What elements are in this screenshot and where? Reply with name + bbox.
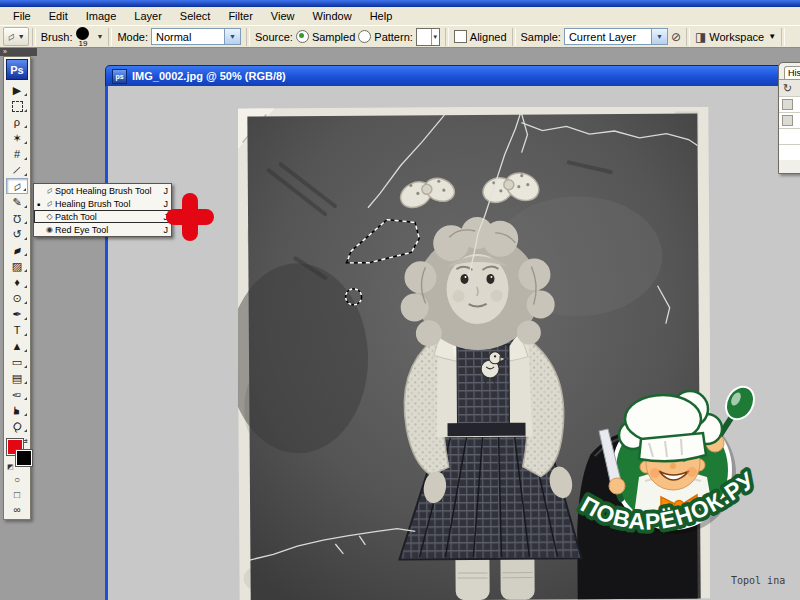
brush-tool-icon: ✎ — [12, 197, 21, 208]
separator — [108, 28, 112, 46]
tool-preset-picker[interactable]: ▱ ▼ — [3, 27, 29, 46]
tool-flyout: ▱Spot Healing Brush ToolJ■▱Healing Brush… — [33, 183, 172, 237]
rectangular-marquee-tool[interactable] — [6, 98, 28, 114]
document-title: IMG_0002.jpg @ 50% (RGB/8) — [132, 70, 286, 82]
history-snapshot-row[interactable]: ↻ — [779, 79, 800, 96]
ignore-adjustment-layers-icon[interactable]: ⊘ — [671, 30, 681, 44]
sample-dropdown[interactable]: Current Layer ▼ — [564, 28, 668, 45]
history-row[interactable] — [779, 128, 800, 144]
menu-item-edit[interactable]: Edit — [40, 8, 77, 24]
notes-tool[interactable]: ▤ — [6, 370, 28, 386]
crop-tool[interactable]: # — [6, 146, 28, 162]
history-row[interactable] — [779, 112, 800, 128]
menu-item-help[interactable]: Help — [361, 8, 402, 24]
document-titlebar[interactable]: ps IMG_0002.jpg @ 50% (RGB/8) — [105, 65, 800, 86]
flyout-item-patch-tool[interactable]: ◇Patch ToolJ — [34, 210, 171, 223]
eyedropper-tool[interactable]: ✑ — [6, 386, 28, 402]
magic-wand-tool[interactable]: ✶ — [6, 130, 28, 146]
menu-item-window[interactable]: Window — [304, 8, 361, 24]
menu-item-layer[interactable]: Layer — [125, 8, 171, 24]
history-thumbnail — [782, 115, 793, 126]
toolbox-tools: ▶ρ✶#∕▱✎Ω↺▰▨♦⊙✒T▲▭▤✑☛Q — [4, 82, 30, 434]
history-row[interactable] — [779, 144, 800, 160]
brush-preset-picker[interactable]: 19 — [76, 27, 89, 47]
ps-logo[interactable]: Ps — [6, 59, 28, 80]
menu-item-image[interactable]: Image — [77, 8, 126, 24]
dodge-tool[interactable]: ⊙ — [6, 290, 28, 306]
imageready-button[interactable]: ∞ — [6, 502, 28, 516]
photoshop-app: FileEditImageLayerSelectFilterViewWindow… — [0, 0, 800, 600]
history-panel-tab[interactable]: History — [784, 66, 800, 79]
source-pattern-label: Pattern: — [374, 31, 413, 43]
crop-tool-icon: # — [14, 149, 20, 160]
type-tool[interactable]: T — [6, 322, 28, 338]
notes-tool-icon: ▤ — [12, 373, 22, 384]
gradient-tool[interactable]: ▨ — [6, 258, 28, 274]
pen-tool-icon: ✒ — [12, 309, 21, 320]
slice-tool[interactable]: ∕ — [6, 162, 28, 178]
go-to-bridge-icon[interactable]: ◨ — [695, 30, 706, 44]
background-color-swatch[interactable] — [16, 450, 32, 466]
flyout-item-label: Healing Brush Tool — [55, 199, 160, 209]
flyout-item-red-eye-tool[interactable]: ◉Red Eye ToolJ — [34, 223, 171, 236]
menu-item-view[interactable]: View — [262, 8, 304, 24]
color-wells: ◩ ⇄ — [6, 437, 28, 471]
zoom-tool[interactable]: Q — [6, 418, 28, 434]
workspace-menu[interactable]: Workspace ▼ — [709, 31, 776, 43]
pattern-swatch[interactable]: ▼ — [416, 28, 440, 46]
lasso-tool[interactable]: ρ — [6, 114, 28, 130]
screen-mode-button[interactable]: □ — [6, 487, 28, 501]
menu-item-select[interactable]: Select — [171, 8, 220, 24]
menu-item-filter[interactable]: Filter — [219, 8, 261, 24]
aligned-label: Aligned — [470, 31, 507, 43]
red-eye-tool-icon: ◉ — [44, 225, 55, 234]
toolbox: Ps ▶ρ✶#∕▱✎Ω↺▰▨♦⊙✒T▲▭▤✑☛Q ◩ ⇄ ○ □ ∞ — [3, 56, 31, 520]
move-tool-icon: ▶ — [13, 85, 21, 96]
rectangular-marquee-tool-icon — [12, 101, 23, 112]
path-selection-tool[interactable]: ▲ — [6, 338, 28, 354]
chevron-down-icon: ▼ — [651, 29, 667, 44]
shape-tool[interactable]: ▭ — [6, 354, 28, 370]
mode-value: Normal — [156, 31, 219, 43]
healing-brush-tool[interactable]: ▱ — [6, 178, 28, 194]
chevron-down-icon[interactable]: ▼ — [96, 33, 103, 40]
brush-label: Brush: — [41, 31, 73, 43]
toolbox-grip[interactable]: » — [0, 48, 37, 56]
blur-tool-icon: ♦ — [14, 277, 20, 288]
chevron-down-icon: ▼ — [224, 29, 240, 44]
mode-dropdown[interactable]: Normal ▼ — [151, 28, 241, 45]
separator — [445, 28, 449, 46]
menu-item-file[interactable]: File — [4, 8, 40, 24]
hand-tool[interactable]: ☛ — [6, 402, 28, 418]
flyout-item-spot-healing-brush-tool[interactable]: ▱Spot Healing Brush ToolJ — [34, 184, 171, 197]
history-brush-tool-icon: ↺ — [12, 229, 21, 240]
history-brush-tool[interactable]: ↺ — [6, 226, 28, 242]
patch-tool-icon: ◇ — [44, 212, 55, 221]
eraser-tool-icon: ▰ — [11, 243, 23, 256]
aligned-checkbox[interactable] — [454, 30, 467, 43]
app-titlebar — [0, 0, 800, 7]
history-row[interactable] — [779, 96, 800, 112]
source-sampled-label: Sampled — [312, 31, 355, 43]
chevron-down-icon: ▼ — [18, 33, 25, 40]
magic-wand-tool-icon: ✶ — [12, 133, 21, 144]
blur-tool[interactable]: ♦ — [6, 274, 28, 290]
source-sampled-radio[interactable] — [296, 30, 309, 43]
flyout-item-healing-brush-tool[interactable]: ■▱Healing Brush ToolJ — [34, 197, 171, 210]
red-paint-mark — [166, 193, 214, 241]
source-label: Source: — [255, 31, 293, 43]
quick-mask-button[interactable]: ○ — [6, 472, 28, 486]
brush-tool[interactable]: ✎ — [6, 194, 28, 210]
move-tool[interactable]: ▶ — [6, 82, 28, 98]
eraser-tool[interactable]: ▰ — [6, 242, 28, 258]
slice-tool-icon: ∕ — [15, 164, 20, 175]
clone-stamp-tool[interactable]: Ω — [6, 210, 28, 226]
sample-value: Current Layer — [569, 31, 646, 43]
default-colors-icon[interactable]: ◩ — [7, 463, 14, 471]
history-panel: History ↻ — [778, 62, 800, 174]
pen-tool[interactable]: ✒ — [6, 306, 28, 322]
separator — [781, 28, 785, 46]
history-thumbnail — [782, 99, 793, 110]
flyout-item-label: Red Eye Tool — [55, 225, 160, 235]
source-pattern-radio[interactable] — [358, 30, 371, 43]
